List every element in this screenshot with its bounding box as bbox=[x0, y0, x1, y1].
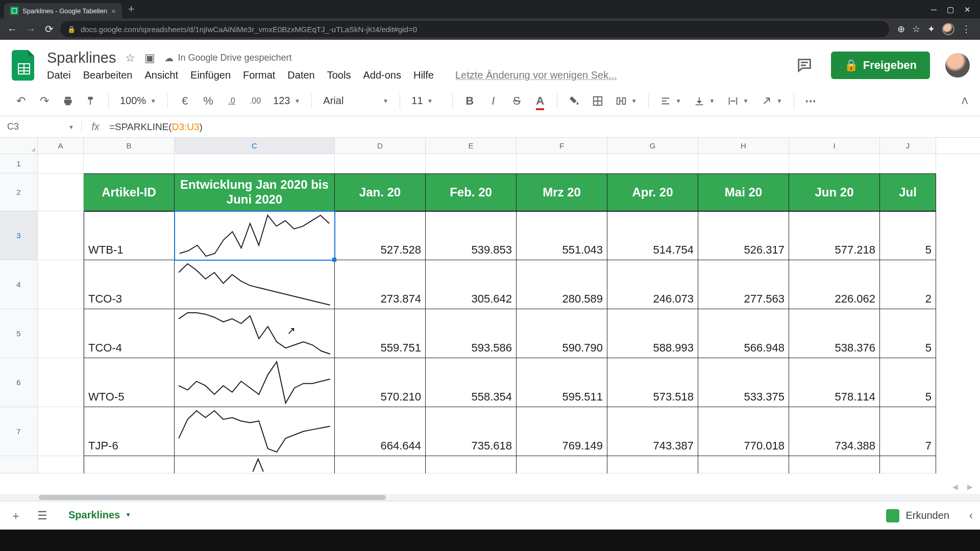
table-header[interactable]: Feb. 20 bbox=[426, 173, 517, 211]
table-cell[interactable]: 588.993 bbox=[607, 309, 698, 358]
col-header-I[interactable]: I bbox=[789, 138, 880, 154]
name-box[interactable]: C3▼ bbox=[0, 121, 82, 132]
undo-button[interactable]: ↶ bbox=[12, 92, 30, 110]
table-header[interactable]: Mrz 20 bbox=[517, 173, 607, 211]
formula-bar[interactable]: =SPARKLINE(D3:U3) bbox=[109, 121, 203, 133]
row-header-2[interactable]: 2 bbox=[0, 173, 38, 211]
back-button[interactable]: ← bbox=[5, 23, 19, 35]
grid[interactable]: ABCDEFGHIJ 1234567 Artikel-IDEntwicklung… bbox=[0, 138, 980, 494]
table-header[interactable]: Jun 20 bbox=[789, 173, 880, 211]
sheets-logo-icon[interactable] bbox=[10, 47, 38, 84]
menu-tools[interactable]: Tools bbox=[327, 69, 351, 81]
close-tab-icon[interactable]: × bbox=[111, 7, 116, 15]
table-cell[interactable]: 559.751 bbox=[335, 309, 426, 358]
table-cell[interactable]: 578.114 bbox=[789, 358, 880, 407]
window-minimize-icon[interactable]: ─ bbox=[931, 5, 937, 14]
row-header-7[interactable]: 7 bbox=[0, 407, 38, 456]
table-header[interactable]: Artikel-ID bbox=[84, 173, 175, 211]
sheet-tab[interactable]: Sparklines▼ bbox=[60, 504, 139, 528]
all-sheets-button[interactable]: ☰ bbox=[34, 507, 51, 524]
percent-button[interactable]: % bbox=[200, 92, 217, 110]
table-header[interactable]: Jul bbox=[880, 173, 936, 211]
drive-status[interactable]: ☁ In Google Drive gespeichert bbox=[164, 53, 291, 64]
table-cell[interactable]: 246.073 bbox=[607, 260, 698, 309]
zoom-icon[interactable]: ⊕ bbox=[897, 23, 905, 35]
menu-datei[interactable]: Datei bbox=[47, 69, 71, 81]
star-icon[interactable]: ☆ bbox=[125, 52, 135, 65]
table-cell[interactable]: 280.589 bbox=[517, 260, 607, 309]
table-cell[interactable]: 735.618 bbox=[426, 407, 517, 456]
browser-tab[interactable]: Sparklines - Google Tabellen × bbox=[4, 3, 122, 18]
col-header-J[interactable]: J bbox=[880, 138, 936, 154]
forward-button[interactable]: → bbox=[23, 23, 38, 35]
text-color-button[interactable]: A bbox=[531, 92, 549, 110]
col-header-F[interactable]: F bbox=[517, 138, 607, 154]
menu-daten[interactable]: Daten bbox=[287, 69, 314, 81]
table-cell[interactable]: 664.644 bbox=[335, 407, 426, 456]
table-cell[interactable]: 5 bbox=[880, 309, 936, 358]
table-cell[interactable]: 743.387 bbox=[607, 407, 698, 456]
sheet-prev-icon[interactable]: ◀ bbox=[952, 483, 958, 491]
table-cell[interactable]: 577.218 bbox=[789, 211, 880, 260]
table-cell[interactable]: 558.354 bbox=[426, 358, 517, 407]
window-maximize-icon[interactable]: ▢ bbox=[947, 5, 954, 14]
table-cell[interactable]: TCO-3 bbox=[84, 260, 175, 309]
table-cell[interactable]: 538.376 bbox=[789, 309, 880, 358]
table-header[interactable]: Apr. 20 bbox=[607, 173, 698, 211]
explore-button[interactable]: Erkunden bbox=[886, 509, 949, 522]
valign-button[interactable]: ▼ bbox=[691, 95, 718, 107]
doc-title[interactable]: Sparklines bbox=[47, 49, 116, 66]
col-header-G[interactable]: G bbox=[607, 138, 698, 154]
merge-button[interactable]: ▼ bbox=[612, 95, 640, 107]
row-header-5[interactable]: 5 bbox=[0, 309, 38, 358]
menu-einfuegen[interactable]: Einfügen bbox=[190, 69, 231, 81]
last-edit-link[interactable]: Letzte Änderung vor wenigen Sek... bbox=[455, 69, 617, 81]
table-cell[interactable]: 277.563 bbox=[698, 260, 789, 309]
table-cell[interactable]: 570.210 bbox=[335, 358, 426, 407]
table-cell[interactable]: 2 bbox=[880, 260, 936, 309]
dec-more-button[interactable]: .00 bbox=[247, 92, 264, 110]
zoom-select[interactable]: 100%▼ bbox=[117, 95, 159, 107]
currency-button[interactable]: € bbox=[176, 92, 193, 110]
print-button[interactable] bbox=[59, 92, 77, 110]
table-cell[interactable]: WTO-5 bbox=[84, 358, 175, 407]
collapse-toolbar-icon[interactable]: ᐱ bbox=[962, 95, 968, 107]
cells[interactable]: Artikel-IDEntwicklung Jan 2020 bis Juni … bbox=[38, 154, 936, 473]
table-cell[interactable]: 526.317 bbox=[698, 211, 789, 260]
table-header[interactable]: Mai 20 bbox=[698, 173, 789, 211]
row-header-6[interactable]: 6 bbox=[0, 358, 38, 407]
col-header-A[interactable]: A bbox=[38, 138, 84, 154]
table-header[interactable]: Entwicklung Jan 2020 bis Juni 2020 bbox=[175, 173, 335, 211]
extensions-icon[interactable]: ✦ bbox=[927, 23, 935, 35]
table-cell[interactable]: 7 bbox=[880, 407, 936, 456]
dec-less-button[interactable]: .0 bbox=[223, 92, 240, 110]
table-cell[interactable]: 770.018 bbox=[698, 407, 789, 456]
table-header[interactable]: Jan. 20 bbox=[335, 173, 426, 211]
redo-button[interactable]: ↷ bbox=[36, 92, 53, 110]
side-panel-toggle[interactable]: ‹ bbox=[969, 509, 973, 522]
share-button[interactable]: 🔒 Freigeben bbox=[831, 52, 930, 79]
menu-format[interactable]: Format bbox=[243, 69, 275, 81]
borders-button[interactable] bbox=[589, 92, 606, 110]
table-cell[interactable]: 573.518 bbox=[607, 358, 698, 407]
h-scroll-thumb[interactable] bbox=[39, 495, 386, 500]
comments-icon[interactable] bbox=[793, 54, 816, 77]
table-cell[interactable]: 527.528 bbox=[335, 211, 426, 260]
table-cell[interactable]: 5 bbox=[880, 358, 936, 407]
wrap-button[interactable]: ▼ bbox=[724, 95, 752, 107]
window-close-icon[interactable]: ✕ bbox=[964, 5, 971, 14]
strike-button[interactable]: S bbox=[508, 92, 525, 110]
sparkline-cell[interactable] bbox=[175, 260, 335, 309]
more-button[interactable]: ⋯ bbox=[802, 92, 820, 110]
row-header-4[interactable]: 4 bbox=[0, 260, 38, 309]
table-cell[interactable]: 533.375 bbox=[698, 358, 789, 407]
h-scrollbar[interactable]: ◀▶ bbox=[0, 494, 980, 501]
sparkline-cell[interactable] bbox=[175, 211, 335, 260]
table-cell[interactable]: 539.853 bbox=[426, 211, 517, 260]
move-icon[interactable]: ▣ bbox=[144, 52, 155, 65]
address-bar[interactable]: 🔒 docs.google.com/spreadsheets/d/1njIwCa… bbox=[60, 21, 889, 37]
table-cell[interactable]: TCO-4 bbox=[84, 309, 175, 358]
fill-color-button[interactable] bbox=[566, 92, 583, 110]
italic-button[interactable]: I bbox=[484, 92, 502, 110]
account-avatar[interactable] bbox=[945, 53, 970, 78]
